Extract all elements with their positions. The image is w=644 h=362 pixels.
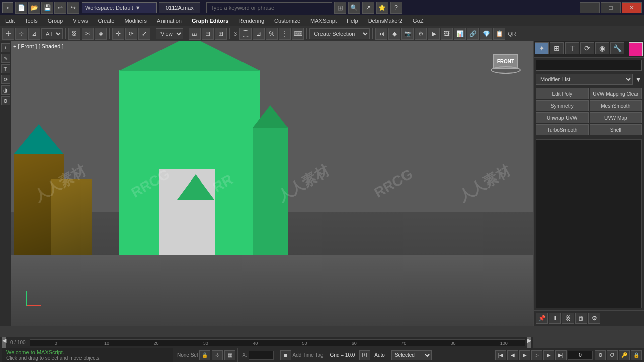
menu-rendering[interactable]: Rendering: [233, 15, 269, 26]
mesh-smooth-btn[interactable]: MeshSmooth: [590, 100, 642, 111]
menu-customize[interactable]: Customize: [269, 15, 305, 26]
remove-modifier-btn[interactable]: 🗑: [575, 313, 587, 324]
layer-btn[interactable]: 📋: [493, 28, 505, 40]
lt-create-btn[interactable]: +: [1, 43, 10, 52]
bookmark-button[interactable]: ⭐: [376, 2, 388, 14]
symmetry-btn[interactable]: Symmetry: [536, 100, 589, 111]
panel-tab-utilities[interactable]: 🔧: [610, 42, 624, 54]
color-swatch[interactable]: [629, 42, 643, 56]
modifier-list-dropdown[interactable]: Modifier List: [536, 74, 633, 85]
render-frame-btn[interactable]: ▶: [428, 28, 440, 40]
workspace-dropdown[interactable]: Workspace: Default ▼: [82, 2, 157, 13]
close-button[interactable]: ✕: [622, 2, 642, 13]
arrow-button[interactable]: ↗: [362, 2, 374, 14]
select-button[interactable]: ☩: [2, 28, 14, 40]
new-button[interactable]: 📄: [15, 2, 27, 14]
nav-cube[interactable]: FRONT: [488, 46, 523, 81]
current-frame-input[interactable]: [568, 351, 593, 360]
panel-tab-display[interactable]: ◉: [595, 42, 609, 54]
make-unique-btn[interactable]: ⛓: [562, 313, 574, 324]
turbo-smooth-btn[interactable]: TurboSmooth: [536, 124, 589, 135]
lasso-button[interactable]: ⊿: [28, 28, 40, 40]
panel-tab-modify[interactable]: ✦: [535, 42, 549, 54]
animation-dot-btn[interactable]: ●: [280, 350, 291, 360]
shell-btn[interactable]: Shell: [590, 124, 642, 135]
search-button[interactable]: ⊞: [334, 2, 346, 14]
array-button[interactable]: ⊞: [215, 28, 227, 40]
go-start-btn[interactable]: |◀: [495, 350, 506, 360]
align-button[interactable]: ⊟: [202, 28, 214, 40]
anim-mode-btn[interactable]: ⚙: [595, 350, 606, 360]
mirror-button[interactable]: ⧢: [189, 28, 201, 40]
go-end-btn[interactable]: ▶|: [555, 350, 567, 360]
modifier-expand-icon[interactable]: ▼: [635, 75, 642, 83]
material-btn[interactable]: 💎: [480, 28, 492, 40]
play-selected-btn[interactable]: ▷: [531, 350, 542, 360]
link-button[interactable]: ⛓: [68, 28, 80, 40]
menu-modifiers[interactable]: Modifiers: [119, 15, 152, 26]
lt-motion-btn[interactable]: ⟳: [1, 75, 10, 84]
selected-dropdown[interactable]: Selected: [391, 350, 432, 360]
menu-group[interactable]: Group: [43, 15, 68, 26]
menu-maxscript[interactable]: MAXScript: [305, 15, 342, 26]
unwrap-uvw-btn[interactable]: Unwrap UVW: [536, 112, 589, 123]
menu-graph-editors[interactable]: Graph Editors: [187, 15, 233, 26]
lt-display-btn[interactable]: ◑: [1, 85, 10, 95]
search-input[interactable]: [211, 5, 328, 11]
camera-btn[interactable]: 📷: [401, 28, 414, 40]
menu-goz[interactable]: GoZ: [408, 15, 428, 26]
timeline-area[interactable]: ◀ 0 / 100 0 10 20 30 40 50 60 70 80 100 …: [0, 337, 533, 348]
open-button[interactable]: 📂: [28, 2, 40, 14]
prev-anim-btn[interactable]: ⏮: [375, 28, 387, 40]
save-button[interactable]: 💾: [41, 2, 53, 14]
menu-animation[interactable]: Animation: [152, 15, 187, 26]
menu-debrismaker2[interactable]: DebrisMaker2: [363, 15, 408, 26]
undo-button[interactable]: ↩: [54, 2, 66, 14]
sel-lock-btn[interactable]: 🔒: [199, 350, 210, 360]
spinner-snap-button[interactable]: ⋮: [279, 28, 291, 40]
menu-views[interactable]: Views: [68, 15, 93, 26]
unlink-button[interactable]: ✂: [82, 28, 94, 40]
scale-button[interactable]: ⤢: [138, 28, 150, 40]
selection-filter-dropdown[interactable]: Create Selection: [309, 28, 370, 39]
select-region-button[interactable]: ⊹: [15, 28, 27, 40]
anim-key-btn[interactable]: ◆: [388, 28, 400, 40]
maximize-button[interactable]: □: [601, 2, 621, 13]
timeline-right-btn[interactable]: ▶: [527, 337, 531, 348]
schematic-btn[interactable]: 🔗: [467, 28, 479, 40]
viewport-lock-btn[interactable]: 🔒: [631, 350, 642, 360]
edit-poly-btn[interactable]: Edit Poly: [536, 88, 589, 99]
menu-tools[interactable]: Tools: [20, 15, 43, 26]
select-move-button[interactable]: ✛: [112, 28, 124, 40]
prev-frame-btn[interactable]: ◀: [507, 350, 518, 360]
search-box[interactable]: [206, 2, 332, 13]
rotate-button[interactable]: ⟳: [125, 28, 137, 40]
configure-btn[interactable]: ⚙: [588, 313, 600, 324]
menu-edit[interactable]: Edit: [0, 15, 20, 26]
bind-button[interactable]: ◈: [95, 28, 107, 40]
view-dropdown[interactable]: View: [156, 28, 183, 39]
angle-snap-button[interactable]: ⊿: [253, 28, 265, 40]
object-name-input[interactable]: [536, 60, 642, 71]
timeline-left-btn[interactable]: ◀: [2, 337, 6, 348]
render-setup-btn[interactable]: ⚙: [415, 28, 427, 40]
pause-stack-btn[interactable]: ⏸: [549, 313, 561, 324]
help-button[interactable]: ?: [390, 2, 403, 14]
uvw-mapping-clear-btn[interactable]: UVW Mapping Clear: [590, 88, 642, 99]
menu-help[interactable]: Help: [342, 15, 363, 26]
sel-type-btn[interactable]: ▦: [224, 350, 235, 360]
minimize-button[interactable]: ─: [580, 2, 600, 13]
time-config-btn[interactable]: ⏱: [607, 350, 618, 360]
lt-hierarchy-btn[interactable]: ⊤: [1, 64, 10, 73]
panel-tab-create[interactable]: ⊞: [550, 42, 564, 54]
play-btn[interactable]: ▶: [519, 350, 530, 360]
menu-create[interactable]: Create: [93, 15, 119, 26]
viewport[interactable]: + [ Front ] [ Shaded ]: [11, 41, 533, 326]
selection-type-dropdown[interactable]: All: [41, 28, 63, 39]
uvw-map-btn[interactable]: UVW Map: [590, 112, 642, 123]
panel-tab-motion[interactable]: ⟳: [580, 42, 594, 54]
lt-modify-btn[interactable]: ✎: [1, 54, 10, 63]
key-mode-btn[interactable]: 🔑: [619, 350, 630, 360]
snap-button[interactable]: ⁐: [239, 28, 252, 40]
sel-filter-btn[interactable]: ⊹: [212, 350, 223, 360]
